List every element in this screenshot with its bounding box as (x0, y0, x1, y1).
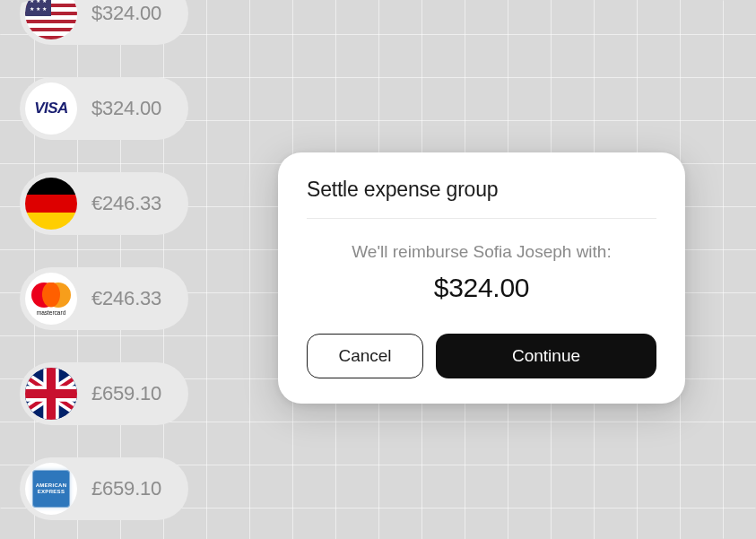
pill-amount: £659.10 (91, 382, 161, 405)
payment-pill[interactable]: £659.10 (20, 362, 188, 425)
dialog-title: Settle expense group (307, 178, 656, 219)
cancel-button[interactable]: Cancel (307, 334, 423, 378)
dialog-body: We'll reimburse Sofia Joseph with: $324.… (307, 219, 656, 319)
pill-amount: €246.33 (91, 192, 161, 215)
settle-expense-dialog: Settle expense group We'll reimburse Sof… (278, 152, 685, 404)
pill-amount: €246.33 (91, 287, 161, 310)
payment-pill[interactable]: $324.00 (20, 0, 188, 45)
dialog-actions: Cancel Continue (307, 334, 656, 378)
dialog-amount: $324.00 (307, 273, 656, 303)
payment-pill[interactable]: mastercard €246.33 (20, 267, 188, 330)
pill-amount: £659.10 (91, 477, 161, 500)
flag-de-icon (25, 178, 77, 230)
amex-logo-icon: AMERICAN EXPRESS (25, 463, 77, 515)
flag-us-icon (25, 0, 77, 39)
pill-amount: $324.00 (91, 2, 161, 25)
flag-uk-icon (25, 368, 77, 420)
continue-button[interactable]: Continue (436, 334, 656, 378)
visa-logo-icon: VISA (25, 83, 77, 135)
payment-pill[interactable]: €246.33 (20, 172, 188, 235)
payment-pill[interactable]: AMERICAN EXPRESS £659.10 (20, 457, 188, 520)
payment-pill[interactable]: VISA $324.00 (20, 77, 188, 140)
app-canvas: $324.00 VISA $324.00 €246.33 mastercard … (0, 0, 756, 539)
dialog-message: We'll reimburse Sofia Joseph with: (307, 242, 656, 262)
payment-pill-list: $324.00 VISA $324.00 €246.33 mastercard … (20, 0, 188, 520)
pill-amount: $324.00 (91, 97, 161, 120)
mastercard-logo-icon: mastercard (25, 273, 77, 325)
